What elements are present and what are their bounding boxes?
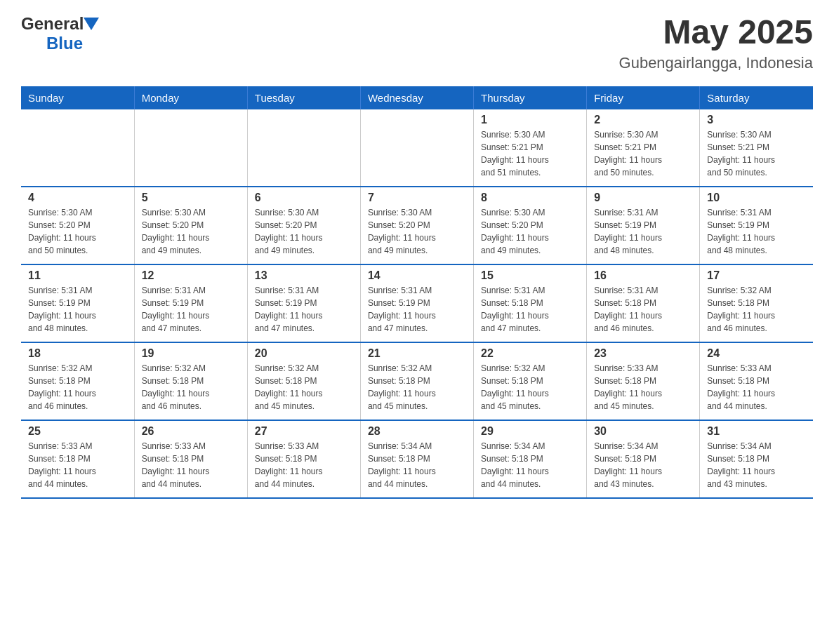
day-number: 22 <box>481 347 579 360</box>
day-header-tuesday: Tuesday <box>247 86 360 109</box>
day-info: Sunrise: 5:32 AM Sunset: 5:18 PM Dayligh… <box>707 284 806 335</box>
calendar-day-cell: 2Sunrise: 5:30 AM Sunset: 5:21 PM Daylig… <box>587 109 700 187</box>
logo-general-text: General <box>21 14 84 34</box>
day-number: 6 <box>255 192 353 204</box>
day-info: Sunrise: 5:30 AM Sunset: 5:20 PM Dayligh… <box>368 206 466 257</box>
logo-blue-text: Blue <box>46 34 83 53</box>
calendar-day-cell: 17Sunrise: 5:32 AM Sunset: 5:18 PM Dayli… <box>700 264 813 342</box>
calendar-day-cell: 26Sunrise: 5:33 AM Sunset: 5:18 PM Dayli… <box>134 420 247 498</box>
day-number: 27 <box>255 425 353 438</box>
day-header-saturday: Saturday <box>700 86 813 109</box>
calendar-week-row: 1Sunrise: 5:30 AM Sunset: 5:21 PM Daylig… <box>21 109 813 187</box>
day-number: 18 <box>28 347 127 360</box>
calendar-day-cell <box>247 109 360 187</box>
calendar-day-cell: 13Sunrise: 5:31 AM Sunset: 5:19 PM Dayli… <box>247 264 360 342</box>
calendar-day-cell: 23Sunrise: 5:33 AM Sunset: 5:18 PM Dayli… <box>587 342 700 420</box>
day-info: Sunrise: 5:33 AM Sunset: 5:18 PM Dayligh… <box>28 440 127 490</box>
calendar-day-cell: 21Sunrise: 5:32 AM Sunset: 5:18 PM Dayli… <box>360 342 473 420</box>
day-info: Sunrise: 5:31 AM Sunset: 5:18 PM Dayligh… <box>594 284 692 335</box>
day-info: Sunrise: 5:32 AM Sunset: 5:18 PM Dayligh… <box>28 362 127 412</box>
day-info: Sunrise: 5:34 AM Sunset: 5:18 PM Dayligh… <box>368 440 466 490</box>
day-info: Sunrise: 5:30 AM Sunset: 5:21 PM Dayligh… <box>594 128 692 179</box>
day-info: Sunrise: 5:30 AM Sunset: 5:21 PM Dayligh… <box>707 128 806 179</box>
calendar-day-cell: 3Sunrise: 5:30 AM Sunset: 5:21 PM Daylig… <box>700 109 813 187</box>
day-number: 12 <box>142 269 240 282</box>
day-info: Sunrise: 5:31 AM Sunset: 5:19 PM Dayligh… <box>28 284 127 335</box>
day-number: 16 <box>594 269 692 282</box>
calendar-day-cell: 22Sunrise: 5:32 AM Sunset: 5:18 PM Dayli… <box>474 342 587 420</box>
day-info: Sunrise: 5:30 AM Sunset: 5:21 PM Dayligh… <box>481 128 579 179</box>
day-info: Sunrise: 5:31 AM Sunset: 5:18 PM Dayligh… <box>481 284 579 335</box>
calendar-day-cell: 15Sunrise: 5:31 AM Sunset: 5:18 PM Dayli… <box>474 264 587 342</box>
day-number: 28 <box>368 425 466 438</box>
day-number: 2 <box>594 114 692 126</box>
day-number: 3 <box>707 114 806 126</box>
calendar-day-cell: 4Sunrise: 5:30 AM Sunset: 5:20 PM Daylig… <box>21 187 134 264</box>
calendar-day-cell: 25Sunrise: 5:33 AM Sunset: 5:18 PM Dayli… <box>21 420 134 498</box>
calendar-day-cell <box>360 109 473 187</box>
calendar-day-cell: 18Sunrise: 5:32 AM Sunset: 5:18 PM Dayli… <box>21 342 134 420</box>
day-info: Sunrise: 5:30 AM Sunset: 5:20 PM Dayligh… <box>481 206 579 257</box>
calendar-day-cell <box>134 109 247 187</box>
day-number: 30 <box>594 425 692 438</box>
calendar-day-cell: 16Sunrise: 5:31 AM Sunset: 5:18 PM Dayli… <box>587 264 700 342</box>
calendar-day-cell: 1Sunrise: 5:30 AM Sunset: 5:21 PM Daylig… <box>474 109 587 187</box>
day-number: 11 <box>28 269 127 282</box>
day-number: 4 <box>28 192 127 204</box>
calendar-day-cell: 12Sunrise: 5:31 AM Sunset: 5:19 PM Dayli… <box>134 264 247 342</box>
day-info: Sunrise: 5:32 AM Sunset: 5:18 PM Dayligh… <box>255 362 353 412</box>
calendar-day-cell: 14Sunrise: 5:31 AM Sunset: 5:19 PM Dayli… <box>360 264 473 342</box>
calendar-day-cell: 31Sunrise: 5:34 AM Sunset: 5:18 PM Dayli… <box>700 420 813 498</box>
day-info: Sunrise: 5:33 AM Sunset: 5:18 PM Dayligh… <box>142 440 240 490</box>
day-info: Sunrise: 5:30 AM Sunset: 5:20 PM Dayligh… <box>28 206 127 257</box>
day-info: Sunrise: 5:32 AM Sunset: 5:18 PM Dayligh… <box>481 362 579 412</box>
logo: General Blue <box>21 14 99 53</box>
month-year-title: May 2025 <box>619 14 813 51</box>
day-header-monday: Monday <box>134 86 247 109</box>
day-info: Sunrise: 5:33 AM Sunset: 5:18 PM Dayligh… <box>594 362 692 412</box>
calendar-week-row: 11Sunrise: 5:31 AM Sunset: 5:19 PM Dayli… <box>21 264 813 342</box>
calendar-day-cell: 24Sunrise: 5:33 AM Sunset: 5:18 PM Dayli… <box>700 342 813 420</box>
calendar-week-row: 25Sunrise: 5:33 AM Sunset: 5:18 PM Dayli… <box>21 420 813 498</box>
logo-icon <box>84 18 99 30</box>
calendar-day-cell: 9Sunrise: 5:31 AM Sunset: 5:19 PM Daylig… <box>587 187 700 264</box>
calendar-day-cell: 7Sunrise: 5:30 AM Sunset: 5:20 PM Daylig… <box>360 187 473 264</box>
day-number: 20 <box>255 347 353 360</box>
day-info: Sunrise: 5:31 AM Sunset: 5:19 PM Dayligh… <box>707 206 806 257</box>
day-number: 13 <box>255 269 353 282</box>
title-section: May 2025 Gubengairlangga, Indonesia <box>619 14 813 72</box>
day-header-friday: Friday <box>587 86 700 109</box>
day-number: 26 <box>142 425 240 438</box>
day-number: 14 <box>368 269 466 282</box>
calendar-week-row: 4Sunrise: 5:30 AM Sunset: 5:20 PM Daylig… <box>21 187 813 264</box>
svg-marker-0 <box>84 18 99 30</box>
calendar-day-cell: 10Sunrise: 5:31 AM Sunset: 5:19 PM Dayli… <box>700 187 813 264</box>
day-header-wednesday: Wednesday <box>360 86 473 109</box>
day-number: 7 <box>368 192 466 204</box>
day-info: Sunrise: 5:31 AM Sunset: 5:19 PM Dayligh… <box>368 284 466 335</box>
day-number: 24 <box>707 347 806 360</box>
page-header: General Blue May 2025 Gubengairlangga, I… <box>21 14 813 72</box>
day-number: 19 <box>142 347 240 360</box>
calendar-header-row: SundayMondayTuesdayWednesdayThursdayFrid… <box>21 86 813 109</box>
calendar-day-cell: 27Sunrise: 5:33 AM Sunset: 5:18 PM Dayli… <box>247 420 360 498</box>
day-number: 8 <box>481 192 579 204</box>
day-info: Sunrise: 5:31 AM Sunset: 5:19 PM Dayligh… <box>594 206 692 257</box>
day-number: 21 <box>368 347 466 360</box>
day-info: Sunrise: 5:34 AM Sunset: 5:18 PM Dayligh… <box>594 440 692 490</box>
day-number: 15 <box>481 269 579 282</box>
day-info: Sunrise: 5:31 AM Sunset: 5:19 PM Dayligh… <box>142 284 240 335</box>
day-info: Sunrise: 5:34 AM Sunset: 5:18 PM Dayligh… <box>481 440 579 490</box>
calendar-day-cell: 6Sunrise: 5:30 AM Sunset: 5:20 PM Daylig… <box>247 187 360 264</box>
day-number: 1 <box>481 114 579 126</box>
day-number: 23 <box>594 347 692 360</box>
day-info: Sunrise: 5:33 AM Sunset: 5:18 PM Dayligh… <box>255 440 353 490</box>
day-info: Sunrise: 5:34 AM Sunset: 5:18 PM Dayligh… <box>707 440 806 490</box>
calendar-day-cell: 19Sunrise: 5:32 AM Sunset: 5:18 PM Dayli… <box>134 342 247 420</box>
day-info: Sunrise: 5:33 AM Sunset: 5:18 PM Dayligh… <box>707 362 806 412</box>
day-header-sunday: Sunday <box>21 86 134 109</box>
day-number: 5 <box>142 192 240 204</box>
day-info: Sunrise: 5:30 AM Sunset: 5:20 PM Dayligh… <box>142 206 240 257</box>
calendar-day-cell: 30Sunrise: 5:34 AM Sunset: 5:18 PM Dayli… <box>587 420 700 498</box>
day-info: Sunrise: 5:32 AM Sunset: 5:18 PM Dayligh… <box>142 362 240 412</box>
